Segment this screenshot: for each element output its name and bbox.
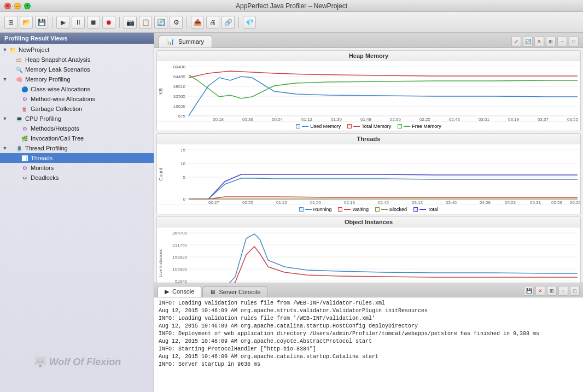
svg-text:5: 5 <box>183 175 186 180</box>
sidebar-item-deadlocks[interactable]: 💀 Deadlocks <box>0 173 154 183</box>
toolbar-btn-save[interactable]: 💾 <box>35 16 48 29</box>
console-icon: ▶ <box>165 288 169 295</box>
toolbar-btn-record[interactable]: ⏺ <box>102 16 115 29</box>
sidebar-item-monitors[interactable]: ⚙ Monitors <box>0 163 154 173</box>
svg-text:16620: 16620 <box>173 104 186 109</box>
sidebar-item-memory-leak[interactable]: 🔍 Memory Leak Scenarios <box>0 65 154 74</box>
svg-text:03:55: 03:55 <box>567 117 579 121</box>
toolbar-btn-new[interactable]: ⊞ <box>4 16 18 29</box>
svg-text:64455: 64455 <box>173 74 186 79</box>
call-icon: 🌿 <box>21 134 28 142</box>
sidebar-item-invocation-call[interactable]: 🌿 Invocation/Call Tree <box>0 133 154 143</box>
toolbar-btn-link[interactable]: 🔗 <box>221 16 235 29</box>
threads-title: Threads <box>157 134 580 144</box>
legend-waiting: Waiting <box>338 207 369 212</box>
legend-used-checkbox[interactable] <box>296 124 300 128</box>
leak-icon: 🔍 <box>15 66 23 73</box>
legend-total-line <box>353 126 360 127</box>
tab-tool-expand[interactable]: ⤢ <box>511 37 521 46</box>
toolbar-btn-export[interactable]: 📤 <box>191 16 204 29</box>
toolbar-btn-stop[interactable]: ⏹ <box>87 16 100 29</box>
monitors-icon: ⚙ <box>21 164 28 172</box>
tab-tool-maximize[interactable]: □ <box>569 37 579 46</box>
toolbar-btn-play[interactable]: ▶ <box>56 16 69 29</box>
toggle-thread: ▼ <box>2 145 8 151</box>
tab-tool-tile[interactable]: ⊞ <box>546 37 556 46</box>
tab-console[interactable]: ▶ Console <box>158 286 201 297</box>
console-minimize[interactable]: − <box>558 286 568 296</box>
console-content[interactable]: INFO: Loading validation rules file from… <box>154 297 583 392</box>
svg-text:00:18: 00:18 <box>213 117 224 121</box>
sidebar-item-thread-profiling[interactable]: ▼ 🧵 Thread Profiling <box>0 143 154 153</box>
threads-y-label: Count <box>157 144 165 204</box>
svg-text:10: 10 <box>180 161 185 166</box>
tab-server-console[interactable]: 🖥 Server Console <box>202 286 267 297</box>
svg-text:01:30: 01:30 <box>331 117 342 121</box>
toolbar-btn-pause[interactable]: ⏸ <box>72 16 85 29</box>
sidebar-item-method-alloc[interactable]: ⚙ Method-wise Allocations <box>0 94 154 104</box>
sidebar-item-methods-hotspots[interactable]: ⚙ Methods/Hotspots <box>0 124 154 133</box>
threads-chart: Threads Count 15 10 5 0 00: <box>156 133 581 214</box>
sidebar-item-cpu-profiling[interactable]: ▼ 💻 CPU Profiling <box>0 114 154 124</box>
tab-tool-close-red[interactable]: ✕ <box>534 37 544 46</box>
toolbar-btn-clipboard[interactable]: 📋 <box>139 16 152 29</box>
svg-text:00:36: 00:36 <box>242 117 254 121</box>
svg-text:03:19: 03:19 <box>508 117 520 121</box>
svg-text:05:59: 05:59 <box>551 200 563 204</box>
console-clear[interactable]: ✕ <box>535 286 545 296</box>
svg-text:01:50: 01:50 <box>310 200 322 204</box>
console-tile[interactable]: ⊞ <box>547 286 557 296</box>
svg-text:675: 675 <box>178 114 186 119</box>
tab-summary[interactable]: 📊 Summary <box>159 36 212 48</box>
maximize-button[interactable]: + <box>24 3 31 9</box>
tab-bar: 📊 Summary ⤢ 🔃 ✕ ⊞ − □ <box>154 33 583 48</box>
toolbar-btn-print[interactable]: 🖨 <box>206 16 219 29</box>
toolbar-btn-snapshot[interactable]: 📷 <box>124 16 137 29</box>
sidebar-item-class-alloc[interactable]: 🔵 Class-wise Allocations <box>0 84 154 94</box>
legend-running: Running <box>299 207 332 212</box>
minimize-button[interactable]: – <box>14 3 21 9</box>
legend-total-threads-checkbox[interactable] <box>413 207 418 212</box>
close-button[interactable]: ✕ <box>4 3 11 9</box>
legend-running-line <box>305 209 312 210</box>
legend-waiting-checkbox[interactable] <box>338 207 342 212</box>
legend-total-checkbox[interactable] <box>347 124 352 128</box>
legend-running-checkbox[interactable] <box>299 207 304 212</box>
traffic-lights: ✕ – + <box>4 3 31 9</box>
threads-chart-inner: 15 10 5 0 00:27 00:55 01:22 01:50 02:18 … <box>165 144 580 204</box>
legend-total-threads-line <box>419 209 426 210</box>
svg-text:05:31: 05:31 <box>530 200 541 204</box>
sidebar-item-threads[interactable]: 📊 Threads <box>0 153 154 163</box>
svg-text:01:48: 01:48 <box>360 117 372 121</box>
toolbar-btn-refresh[interactable]: 🔄 <box>154 16 167 29</box>
sidebar-item-garbage-collection[interactable]: 🗑 Garbage Collection <box>0 104 154 114</box>
heap-memory-container: KB 80400 64455 <box>157 61 580 121</box>
legend-used-line <box>302 126 308 127</box>
console-line: Aug 12, 2015 10:46:09 AM org.apache.coyo… <box>159 338 579 346</box>
console-line: INFO: Server startup in 9636 ms <box>159 361 579 368</box>
console-line: Aug 12, 2015 10:46:09 AM org.apache.cata… <box>159 323 579 330</box>
toolbar-btn-open[interactable]: 📂 <box>20 16 33 29</box>
tab-tool-refresh[interactable]: 🔃 <box>523 37 533 46</box>
svg-text:158820: 158820 <box>172 255 187 260</box>
svg-text:02:25: 02:25 <box>419 117 431 121</box>
toolbar-btn-gem[interactable]: 💎 <box>243 16 256 29</box>
legend-total-threads: Total <box>413 207 438 212</box>
threads-container: Count 15 10 5 0 00:27 00:55 <box>157 144 580 204</box>
legend-free-memory: Free Memory <box>398 124 441 129</box>
legend-free-checkbox[interactable] <box>398 124 402 128</box>
heap-icon: 🗃 <box>15 56 23 63</box>
legend-blocked-checkbox[interactable] <box>375 207 380 212</box>
console-maximize[interactable]: □ <box>570 286 580 296</box>
threads-legend: Running Waiting Blocked <box>157 204 580 214</box>
sidebar-item-newproject[interactable]: ▼ 📁 NewProject <box>0 45 154 55</box>
sidebar-item-memory-profiling[interactable]: ▼ 🧠 Memory Profiling <box>0 74 154 84</box>
toolbar-sep-2 <box>119 17 120 28</box>
svg-text:00:27: 00:27 <box>208 200 220 204</box>
console-save[interactable]: 💾 <box>524 286 534 296</box>
tab-tool-minimize[interactable]: − <box>557 37 567 46</box>
titlebar: ✕ – + AppPerfect Java Profiler – NewProj… <box>0 0 583 12</box>
svg-text:32565: 32565 <box>173 94 186 99</box>
toolbar-btn-settings[interactable]: ⚙ <box>170 16 183 29</box>
sidebar-item-heap-snapshot[interactable]: 🗃 Heap Snapshot Analysis <box>0 55 154 65</box>
